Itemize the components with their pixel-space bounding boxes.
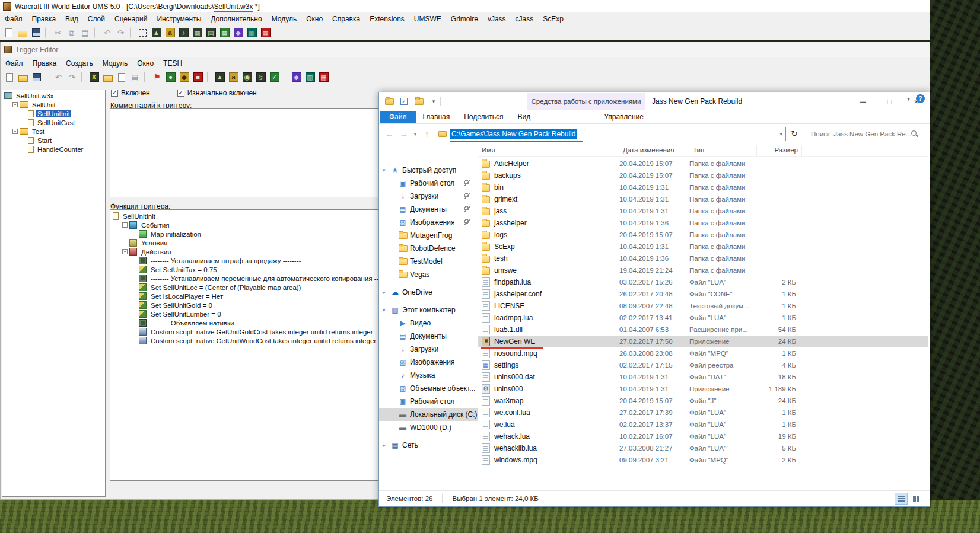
func-trigger-root[interactable]: SellUnitInit xyxy=(110,212,380,221)
sidebar-item-music[interactable]: ♪ Музыка xyxy=(379,369,478,382)
up-button[interactable]: ↑ xyxy=(421,129,433,139)
menu-item[interactable]: Файл xyxy=(1,58,28,69)
new-condition-icon[interactable]: ◆ xyxy=(178,71,190,84)
file-row-we-lua[interactable]: we.lua 02.02.2017 13:37 Файл "LUA" 1 КБ xyxy=(478,419,928,430)
file-row-findpath-lua[interactable]: findpath.lua 03.02.2017 15:26 Файл "LUA"… xyxy=(478,276,928,288)
sound-editor-icon[interactable]: ♪ xyxy=(177,27,190,39)
func-actions[interactable]: - Действия xyxy=(110,247,380,256)
file-row-wehack-lua[interactable]: wehack.lua 10.02.2017 16:07 Файл "LUA" 1… xyxy=(478,430,928,442)
trigger-editor-icon[interactable]: ▦ xyxy=(218,27,231,39)
variables-icon[interactable]: a xyxy=(227,71,240,84)
file-row-unins000[interactable]: unins000 10.04.2019 1:31 Приложение 1 18… xyxy=(478,383,928,395)
func-script-woodcost[interactable]: Custom script: native GetUnitWoodCost ta… xyxy=(110,336,380,345)
tree-expander-icon[interactable] xyxy=(21,138,26,143)
sidebar-item-desktop[interactable]: ▣ Рабочий стол xyxy=(379,177,478,190)
expander-icon[interactable]: ▸ xyxy=(383,442,390,448)
expander-icon[interactable]: ▸ xyxy=(383,289,390,295)
sidebar-item-disk-c[interactable]: ▬ Локальный диск (C:) xyxy=(379,408,478,421)
file-row-grimext[interactable]: grimext 10.04.2019 1:31 Папка с файлами xyxy=(478,193,928,205)
sidebar-item-disk-d[interactable]: ▬ WD1000 (D:) xyxy=(379,421,478,434)
import-manager-icon[interactable]: ▦ xyxy=(259,27,272,39)
thumbnails-view-button[interactable] xyxy=(909,493,922,505)
new-category-icon[interactable] xyxy=(101,71,114,84)
menu-item[interactable]: Окно xyxy=(301,13,327,25)
new-icon[interactable] xyxy=(3,71,15,84)
recent-locations-dropdown-icon[interactable]: ▾ xyxy=(412,131,419,137)
qat-customize-icon[interactable]: ▾ xyxy=(428,96,439,107)
tab-file[interactable]: Файл xyxy=(380,111,416,123)
file-row-windows-mpq[interactable]: windows.mpq 09.09.2007 3:21 Файл "MPQ" 2… xyxy=(478,454,928,466)
file-row-bin[interactable]: bin 10.04.2019 1:31 Папка с файлами xyxy=(478,181,928,193)
menu-item[interactable]: Правка xyxy=(28,58,62,69)
paste-icon[interactable]: ▤ xyxy=(79,27,91,39)
func-comment-1[interactable]: -------- Устанавливаем штраф за продажу … xyxy=(110,256,380,265)
new-trigger-icon[interactable] xyxy=(115,71,128,84)
column-header-size[interactable]: Размер xyxy=(757,145,802,156)
tree-folder-test[interactable]: - Test xyxy=(2,127,105,136)
tree-expander-icon[interactable] xyxy=(132,276,137,281)
sidebar-item-mutagenfrog[interactable]: MutagenFrog xyxy=(379,229,478,242)
tree-expander-icon[interactable]: - xyxy=(122,249,128,254)
func-set-islocalplayer[interactable]: Set IsLocalPlayer = Нет xyxy=(110,292,380,301)
sidebar-item-documents-2[interactable]: ▤ Документы xyxy=(379,330,478,343)
back-button[interactable]: ← xyxy=(383,129,396,139)
tree-expander-icon[interactable] xyxy=(122,240,128,245)
open-map-icon[interactable] xyxy=(16,27,28,39)
sidebar-item-vegas[interactable]: Vegas xyxy=(379,268,478,281)
tab-share[interactable]: Поделиться xyxy=(457,111,510,123)
sidebar-item-downloads[interactable]: ↓ Загрузки xyxy=(379,190,478,203)
menu-item[interactable]: Модуль xyxy=(98,58,133,69)
menu-item[interactable]: Слой xyxy=(83,13,110,25)
open-icon[interactable] xyxy=(17,71,29,84)
menu-item[interactable]: UMSWE xyxy=(409,13,446,25)
expander-icon[interactable]: ▾ xyxy=(383,307,390,313)
find-icon[interactable]: ◉ xyxy=(241,71,253,84)
func-set-sellunitgold[interactable]: Set SellUnitGold = 0 xyxy=(110,301,380,309)
menu-item[interactable]: Extensions xyxy=(365,13,409,25)
sidebar-item-documents[interactable]: ▤ Документы xyxy=(379,203,478,216)
tree-expander-icon[interactable] xyxy=(132,311,137,317)
menu-item[interactable]: Вид xyxy=(61,13,83,25)
func-conditions[interactable]: Условия xyxy=(110,238,380,247)
expander-icon[interactable]: ▾ xyxy=(383,167,390,173)
maximize-button[interactable]: □ xyxy=(876,92,903,110)
sidebar-item-quick-access[interactable]: ▾ ★ Быстрый доступ xyxy=(379,164,478,177)
ribbon-collapse-icon[interactable]: ▾ xyxy=(907,95,910,102)
tree-item-start[interactable]: Start xyxy=(2,136,105,145)
file-row-lua5-1-dll[interactable]: lua5.1.dll 01.04.2007 6:53 Расширение пр… xyxy=(478,324,928,336)
file-row-war3map[interactable]: war3map 20.04.2019 15:07 Файл "J" 24 КБ xyxy=(478,395,928,407)
sidebar-item-robotdefence[interactable]: RobotDefence xyxy=(379,242,478,255)
func-comment-3[interactable]: -------- Объявляем нативки -------- xyxy=(110,318,380,327)
tree-expander-icon[interactable] xyxy=(21,120,26,125)
tree-expander-icon[interactable] xyxy=(132,329,137,334)
search-input[interactable]: Поиск: Jass New Gen Pack Re... xyxy=(807,127,919,141)
file-row-tesh[interactable]: tesh 10.04.2019 1:36 Папка с файлами xyxy=(478,253,928,264)
tab-manage[interactable]: Управление xyxy=(597,111,651,123)
campaign-editor-icon[interactable]: ▤ xyxy=(205,27,217,39)
func-set-sellunitloc[interactable]: Set SellUnitLoc = (Center of (Playable m… xyxy=(110,283,380,292)
menu-item[interactable]: Файл xyxy=(0,13,27,25)
tree-expander-icon[interactable]: - xyxy=(122,222,128,228)
enabled-checkbox[interactable]: ✓ Включен xyxy=(111,89,150,97)
file-row-jass[interactable]: jass 10.04.2019 1:31 Папка с файлами xyxy=(478,205,928,217)
tab-view[interactable]: Вид xyxy=(510,111,537,123)
refresh-icon[interactable]: ↻ xyxy=(788,129,801,138)
search-icon[interactable] xyxy=(911,130,918,138)
func-script-goldcost[interactable]: Custom script: native GetUnitGoldCost ta… xyxy=(110,327,380,336)
tree-expander-icon[interactable] xyxy=(132,267,137,272)
tree-expander-icon[interactable] xyxy=(132,338,137,343)
menu-item[interactable]: Создать xyxy=(61,58,98,69)
sidebar-item-pictures-2[interactable]: ▨ Изображения xyxy=(379,356,478,369)
sidebar-item-3d-objects[interactable]: ▧ Объемные объект... xyxy=(379,382,478,395)
column-header-name[interactable]: Имя xyxy=(478,145,619,156)
sidebar-item-this-pc[interactable]: ▾ ▥ Этот компьютер xyxy=(379,304,478,317)
menu-item[interactable]: vJass xyxy=(483,13,511,25)
new-action-icon[interactable]: ■ xyxy=(192,71,204,84)
trigger-flag-icon[interactable]: ⚑ xyxy=(151,71,163,84)
save-map-icon[interactable] xyxy=(30,27,42,39)
func-comment-2[interactable]: -------- Устанавливаем переменные для ав… xyxy=(110,274,380,283)
column-header-date[interactable]: Дата изменения xyxy=(619,145,689,156)
details-view-button[interactable] xyxy=(895,493,908,505)
menu-item[interactable]: Справка xyxy=(327,13,365,25)
forward-button[interactable]: → xyxy=(397,129,410,139)
